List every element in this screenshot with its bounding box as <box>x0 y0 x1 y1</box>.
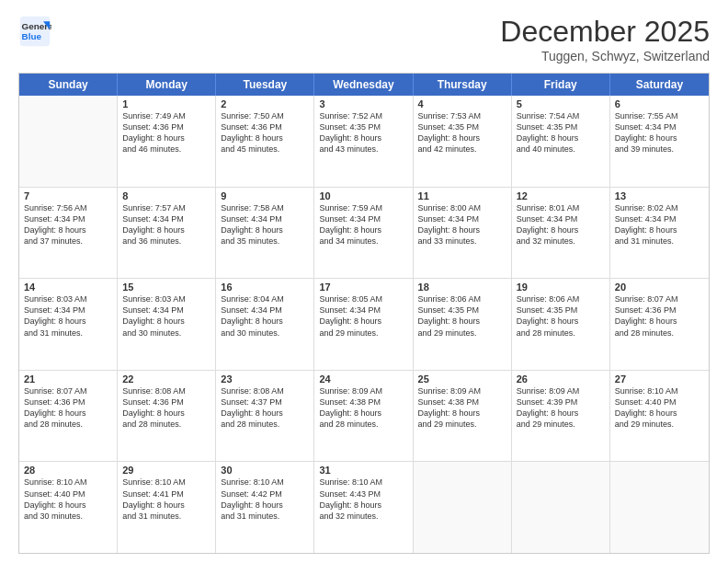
weekday-header: Wednesday <box>314 74 413 96</box>
day-number: 20 <box>615 282 704 293</box>
weekday-header: Thursday <box>414 74 512 96</box>
svg-text:Blue: Blue <box>22 31 42 41</box>
day-info: Sunrise: 8:01 AM Sunset: 4:34 PM Dayligh… <box>517 202 605 247</box>
day-number: 14 <box>24 282 112 293</box>
calendar-cell: 29Sunrise: 8:10 AM Sunset: 4:41 PM Dayli… <box>118 462 216 553</box>
calendar-row: 1Sunrise: 7:49 AM Sunset: 4:36 PM Daylig… <box>19 96 709 188</box>
day-info: Sunrise: 8:10 AM Sunset: 4:43 PM Dayligh… <box>319 477 407 522</box>
calendar-cell: 4Sunrise: 7:53 AM Sunset: 4:35 PM Daylig… <box>414 96 512 187</box>
day-number: 24 <box>319 373 407 385</box>
calendar-cell: 2Sunrise: 7:50 AM Sunset: 4:36 PM Daylig… <box>216 96 314 187</box>
calendar-cell: 30Sunrise: 8:10 AM Sunset: 4:42 PM Dayli… <box>216 462 314 553</box>
day-info: Sunrise: 8:03 AM Sunset: 4:34 PM Dayligh… <box>122 293 210 339</box>
calendar-cell <box>512 462 610 553</box>
day-number: 6 <box>615 98 704 109</box>
weekday-header: Sunday <box>19 74 118 96</box>
location: Tuggen, Schwyz, Switzerland <box>500 49 710 63</box>
day-info: Sunrise: 8:09 AM Sunset: 4:38 PM Dayligh… <box>418 385 506 431</box>
day-number: 18 <box>418 282 506 293</box>
day-number: 10 <box>319 190 407 201</box>
header: General Blue December 2025 Tuggen, Schwy… <box>18 15 710 63</box>
day-info: Sunrise: 8:03 AM Sunset: 4:34 PM Dayligh… <box>24 293 112 339</box>
day-number: 4 <box>418 98 506 109</box>
day-info: Sunrise: 8:10 AM Sunset: 4:40 PM Dayligh… <box>615 385 704 431</box>
day-info: Sunrise: 7:55 AM Sunset: 4:34 PM Dayligh… <box>615 110 704 155</box>
calendar-header: SundayMondayTuesdayWednesdayThursdayFrid… <box>19 74 709 96</box>
day-info: Sunrise: 7:58 AM Sunset: 4:34 PM Dayligh… <box>221 202 309 247</box>
day-number: 7 <box>24 190 112 201</box>
weekday-header: Saturday <box>610 74 709 96</box>
day-number: 25 <box>418 373 506 385</box>
calendar-cell: 20Sunrise: 8:07 AM Sunset: 4:36 PM Dayli… <box>610 279 709 370</box>
day-number: 15 <box>122 282 210 293</box>
day-info: Sunrise: 8:00 AM Sunset: 4:34 PM Dayligh… <box>418 202 506 247</box>
calendar-cell: 14Sunrise: 8:03 AM Sunset: 4:34 PM Dayli… <box>19 279 118 370</box>
logo: General Blue <box>18 15 55 48</box>
day-number: 3 <box>319 98 407 109</box>
calendar-cell: 12Sunrise: 8:01 AM Sunset: 4:34 PM Dayli… <box>512 188 610 279</box>
calendar-cell: 13Sunrise: 8:02 AM Sunset: 4:34 PM Dayli… <box>610 188 709 279</box>
day-info: Sunrise: 8:07 AM Sunset: 4:36 PM Dayligh… <box>615 293 704 339</box>
weekday-header: Friday <box>512 74 610 96</box>
calendar-cell: 3Sunrise: 7:52 AM Sunset: 4:35 PM Daylig… <box>314 96 413 187</box>
calendar-cell: 7Sunrise: 7:56 AM Sunset: 4:34 PM Daylig… <box>19 188 118 279</box>
calendar-row: 28Sunrise: 8:10 AM Sunset: 4:40 PM Dayli… <box>19 462 709 553</box>
day-number: 29 <box>122 465 210 476</box>
calendar-cell <box>610 462 709 553</box>
calendar-cell: 11Sunrise: 8:00 AM Sunset: 4:34 PM Dayli… <box>414 188 512 279</box>
calendar-cell: 27Sunrise: 8:10 AM Sunset: 4:40 PM Dayli… <box>610 371 709 462</box>
calendar-cell: 6Sunrise: 7:55 AM Sunset: 4:34 PM Daylig… <box>610 96 709 187</box>
day-info: Sunrise: 8:02 AM Sunset: 4:34 PM Dayligh… <box>615 202 704 247</box>
logo-icon: General Blue <box>18 15 51 48</box>
day-number: 16 <box>221 282 309 293</box>
calendar-cell: 17Sunrise: 8:05 AM Sunset: 4:34 PM Dayli… <box>314 279 413 370</box>
day-info: Sunrise: 7:50 AM Sunset: 4:36 PM Dayligh… <box>221 110 309 155</box>
page: General Blue December 2025 Tuggen, Schwy… <box>0 0 728 563</box>
day-info: Sunrise: 8:09 AM Sunset: 4:38 PM Dayligh… <box>319 385 407 431</box>
day-number: 17 <box>319 282 407 293</box>
day-number: 22 <box>122 373 210 385</box>
day-number: 23 <box>221 373 309 385</box>
calendar-cell: 10Sunrise: 7:59 AM Sunset: 4:34 PM Dayli… <box>314 188 413 279</box>
calendar-row: 14Sunrise: 8:03 AM Sunset: 4:34 PM Dayli… <box>19 279 709 371</box>
calendar-cell: 1Sunrise: 7:49 AM Sunset: 4:36 PM Daylig… <box>118 96 216 187</box>
calendar-cell: 22Sunrise: 8:08 AM Sunset: 4:36 PM Dayli… <box>118 371 216 462</box>
calendar-cell: 15Sunrise: 8:03 AM Sunset: 4:34 PM Dayli… <box>118 279 216 370</box>
weekday-header: Tuesday <box>216 74 314 96</box>
calendar-cell: 25Sunrise: 8:09 AM Sunset: 4:38 PM Dayli… <box>414 371 512 462</box>
day-number: 8 <box>122 190 210 201</box>
day-info: Sunrise: 8:06 AM Sunset: 4:35 PM Dayligh… <box>517 293 605 339</box>
calendar-cell <box>19 96 118 187</box>
day-number: 27 <box>615 373 704 385</box>
day-number: 11 <box>418 190 506 201</box>
day-info: Sunrise: 7:54 AM Sunset: 4:35 PM Dayligh… <box>517 110 605 155</box>
day-info: Sunrise: 8:05 AM Sunset: 4:34 PM Dayligh… <box>319 293 407 339</box>
day-number: 28 <box>24 465 112 476</box>
calendar-cell: 18Sunrise: 8:06 AM Sunset: 4:35 PM Dayli… <box>414 279 512 370</box>
day-info: Sunrise: 8:04 AM Sunset: 4:34 PM Dayligh… <box>221 293 309 339</box>
day-info: Sunrise: 7:56 AM Sunset: 4:34 PM Dayligh… <box>24 202 112 247</box>
calendar-cell <box>414 462 512 553</box>
day-number: 30 <box>221 465 309 476</box>
day-number: 19 <box>517 282 605 293</box>
day-info: Sunrise: 8:09 AM Sunset: 4:39 PM Dayligh… <box>517 385 605 431</box>
day-number: 13 <box>615 190 704 201</box>
day-info: Sunrise: 7:49 AM Sunset: 4:36 PM Dayligh… <box>122 110 210 155</box>
calendar: SundayMondayTuesdayWednesdayThursdayFrid… <box>18 73 710 554</box>
day-info: Sunrise: 8:06 AM Sunset: 4:35 PM Dayligh… <box>418 293 506 339</box>
calendar-cell: 28Sunrise: 8:10 AM Sunset: 4:40 PM Dayli… <box>19 462 118 553</box>
day-info: Sunrise: 7:52 AM Sunset: 4:35 PM Dayligh… <box>319 110 407 155</box>
day-number: 9 <box>221 190 309 201</box>
calendar-cell: 9Sunrise: 7:58 AM Sunset: 4:34 PM Daylig… <box>216 188 314 279</box>
calendar-cell: 26Sunrise: 8:09 AM Sunset: 4:39 PM Dayli… <box>512 371 610 462</box>
calendar-cell: 16Sunrise: 8:04 AM Sunset: 4:34 PM Dayli… <box>216 279 314 370</box>
day-info: Sunrise: 7:57 AM Sunset: 4:34 PM Dayligh… <box>122 202 210 247</box>
day-info: Sunrise: 8:07 AM Sunset: 4:36 PM Dayligh… <box>24 385 112 431</box>
calendar-cell: 21Sunrise: 8:07 AM Sunset: 4:36 PM Dayli… <box>19 371 118 462</box>
day-number: 2 <box>221 98 309 109</box>
day-info: Sunrise: 8:08 AM Sunset: 4:37 PM Dayligh… <box>221 385 309 431</box>
month-title: December 2025 <box>500 15 710 49</box>
title-block: December 2025 Tuggen, Schwyz, Switzerlan… <box>500 15 710 63</box>
day-number: 26 <box>517 373 605 385</box>
calendar-cell: 19Sunrise: 8:06 AM Sunset: 4:35 PM Dayli… <box>512 279 610 370</box>
